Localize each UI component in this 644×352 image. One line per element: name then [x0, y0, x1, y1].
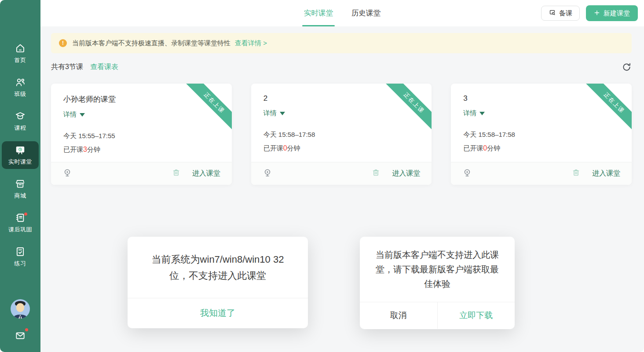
enter-class-button[interactable]: 进入课堂 [592, 169, 620, 178]
sidebar-item-label: 首页 [15, 56, 26, 64]
card-footer-actions: 进入课堂 [172, 168, 220, 179]
detail-label: 详情 [263, 109, 277, 117]
card-footer: 进入课堂 [251, 162, 432, 185]
class-card-list: 正在上课 小孙老师的课堂 详情 今天 15:55–17:55 已开课3分钟 [51, 84, 632, 185]
sidebar-item-home[interactable]: 首页 [2, 40, 39, 67]
enter-class-button[interactable]: 进入课堂 [192, 169, 220, 178]
tab-label: 历史课堂 [351, 8, 381, 18]
prepare-lesson-label: 备课 [559, 9, 572, 18]
dialog-message: 当前版本客户端不支持进入此课堂，请下载最新版客户端获取最佳体验 [360, 237, 515, 302]
class-elapsed: 已开课3分钟 [63, 146, 232, 154]
download-now-button[interactable]: 立即下载 [437, 302, 515, 329]
in-class-ribbon: 正在上课 [183, 84, 232, 132]
system-unsupported-dialog: 当前系统为win7/win8/win10 32位，不支持进入此课堂 我知道了 [128, 237, 308, 328]
elapsed-suffix: 分钟 [487, 144, 500, 152]
class-elapsed: 已开课0分钟 [463, 144, 632, 153]
plus-icon [594, 10, 600, 17]
sidebar-item-label: 商城 [15, 192, 26, 200]
practice-icon [15, 246, 26, 257]
elapsed-prefix: 已开课 [263, 144, 283, 152]
topbar-actions: 备课 新建课堂 [541, 0, 638, 26]
sidebar: 首页 班级 课程 [0, 0, 40, 352]
tab-history-class[interactable]: 历史课堂 [351, 0, 381, 26]
cancel-button[interactable]: 取消 [360, 302, 437, 329]
elapsed-minutes: 0 [283, 144, 287, 152]
ribbon-container: 正在上课 [183, 84, 232, 132]
ribbon-container: 正在上课 [383, 84, 432, 132]
sidebar-item-label: 实时课堂 [8, 158, 32, 166]
sidebar-item-class[interactable]: 班级 [2, 73, 39, 101]
sidebar-item-live-class[interactable]: 实时课堂 [2, 141, 39, 169]
card-footer-actions: 进入课堂 [371, 168, 420, 179]
dialog-footer: 我知道了 [128, 298, 308, 328]
tab-label: 实时课堂 [304, 8, 333, 18]
elapsed-prefix: 已开课 [63, 146, 83, 153]
webcam-icon[interactable] [62, 168, 72, 180]
people-icon [15, 77, 26, 88]
version-warning-banner: ! 当前版本客户端不支持极速直播、录制课堂等课堂特性 查看详情 > [51, 33, 632, 53]
elapsed-suffix: 分钟 [287, 144, 300, 152]
elapsed-minutes: 0 [483, 144, 487, 152]
main-content: ! 当前版本客户端不支持极速直播、录制课堂等课堂特性 查看详情 > 共有3节课 … [40, 26, 644, 352]
class-time: 今天 15:58–17:58 [463, 131, 632, 139]
warning-icon: ! [59, 39, 67, 47]
class-card: 正在上课 3 详情 今天 15:58–17:58 已开课0分钟 [451, 84, 632, 185]
new-class-button[interactable]: 新建课堂 [586, 5, 638, 21]
class-title: 2 [263, 94, 432, 103]
avatar-face [16, 303, 24, 312]
detail-toggle[interactable]: 详情 [463, 109, 485, 117]
chevron-down-icon [280, 112, 285, 115]
dialog-message-text: 当前系统为win7/win8/win10 32位，不支持进入此课堂 [145, 251, 291, 284]
enter-class-button[interactable]: 进入课堂 [392, 169, 420, 178]
dialog-footer: 取消 立即下载 [360, 302, 515, 329]
delete-icon[interactable] [371, 168, 381, 179]
download-client-dialog: 当前版本客户端不支持进入此课堂，请下载最新版客户端获取最佳体验 取消 立即下载 [360, 237, 515, 329]
class-time: 今天 15:55–17:55 [63, 132, 232, 140]
in-class-ribbon: 正在上课 [383, 84, 432, 132]
sidebar-bottom [11, 299, 30, 343]
sidebar-item-course[interactable]: 课程 [2, 107, 39, 135]
dialog-message: 当前系统为win7/win8/win10 32位，不支持进入此课堂 [128, 237, 308, 298]
class-card: 正在上课 小孙老师的课堂 详情 今天 15:55–17:55 已开课3分钟 [51, 84, 232, 185]
topbar: 实时课堂 历史课堂 备课 [40, 0, 644, 26]
banner-text: 当前版本客户端不支持极速直播、录制课堂等课堂特性 [72, 39, 231, 48]
app-window: 首页 班级 课程 [0, 0, 644, 352]
webcam-icon[interactable] [263, 168, 272, 180]
ribbon-container: 正在上课 [583, 84, 632, 132]
sidebar-item-label: 班级 [15, 90, 26, 98]
prepare-lesson-button[interactable]: 备课 [541, 6, 580, 21]
class-time: 今天 15:58–17:58 [263, 131, 432, 139]
i-know-button[interactable]: 我知道了 [128, 298, 308, 328]
elapsed-minutes: 3 [83, 146, 87, 153]
mail-icon [15, 335, 26, 343]
dialog-message-text: 当前版本客户端不支持进入此课堂，请下载最新版客户端获取最佳体验 [373, 248, 501, 291]
live-class-icon [15, 144, 26, 156]
store-icon [15, 178, 26, 190]
notification-dot [24, 213, 27, 216]
detail-toggle[interactable]: 详情 [63, 110, 85, 119]
card-footer: 进入课堂 [51, 162, 232, 185]
class-card: 正在上课 2 详情 今天 15:58–17:58 已开课0分钟 [251, 84, 432, 185]
new-class-label: 新建课堂 [604, 9, 630, 18]
sidebar-item-store[interactable]: 商城 [2, 175, 39, 203]
teacher-avatar[interactable] [11, 299, 30, 319]
messages-button[interactable] [15, 330, 26, 343]
tab-live-class[interactable]: 实时课堂 [304, 0, 333, 26]
detail-label: 详情 [63, 110, 77, 119]
delete-icon[interactable] [571, 168, 581, 179]
detail-toggle[interactable]: 详情 [263, 109, 285, 117]
card-footer-actions: 进入课堂 [571, 168, 620, 179]
sidebar-item-homework[interactable]: 课后巩固 [2, 209, 39, 237]
refresh-button[interactable] [622, 62, 632, 72]
card-footer: 进入课堂 [451, 162, 632, 185]
view-schedule-link[interactable]: 查看课表 [90, 62, 118, 72]
in-class-ribbon: 正在上课 [583, 84, 632, 132]
class-list-meta: 共有3节课 查看课表 [51, 62, 632, 72]
sidebar-item-practice[interactable]: 练习 [2, 243, 39, 271]
detail-label: 详情 [463, 109, 476, 117]
webcam-icon[interactable] [462, 168, 472, 180]
delete-icon[interactable] [172, 168, 181, 179]
chevron-down-icon [80, 113, 85, 117]
notification-dot [25, 328, 28, 331]
banner-detail-link[interactable]: 查看详情 > [235, 39, 267, 48]
